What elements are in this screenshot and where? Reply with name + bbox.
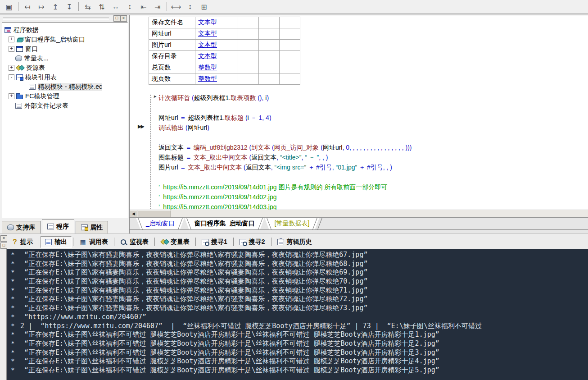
tree-expand-toggle[interactable]: + (9, 46, 14, 52)
variable-empty-cell[interactable] (280, 51, 300, 62)
variable-empty-cell[interactable] (259, 40, 280, 51)
editor-horizontal-scrollbar[interactable]: ◀ (130, 210, 588, 218)
form-layout-icon[interactable]: ▣ (3, 1, 15, 13)
variable-type-link[interactable]: 文本型 (198, 41, 217, 48)
code-line[interactable]: 图集标题 ＝ 文本_取出中间文本 (返回文本, “<title>”, “ － ”… (158, 152, 412, 162)
tree-expand-toggle[interactable]: - (9, 74, 14, 80)
panel-float-button[interactable]: □ (113, 15, 120, 22)
variable-type-cell[interactable]: 文本型 (195, 51, 238, 62)
variable-empty-cell[interactable] (259, 73, 280, 85)
variable-type-cell[interactable]: 整数型 (195, 73, 238, 85)
output-float-button[interactable]: □ (0, 243, 7, 249)
variable-empty-cell[interactable] (280, 73, 300, 85)
workspace-tab-属性[interactable]: 属性 (76, 221, 108, 233)
code-line[interactable] (158, 133, 412, 142)
variable-row[interactable]: 现页数整数型 (149, 73, 300, 85)
program-data-tree[interactable]: 程序数据+窗口程序集_启动窗口+窗口常量表...+资源表-模块引用表精易模块 -… (2, 22, 128, 218)
code-line[interactable]: 图片url ＝ 文本_取出中间文本 (返回文本, “<img src=” ＋ #… (158, 162, 412, 172)
variable-empty-cell[interactable] (238, 73, 259, 85)
variable-empty-cell[interactable] (259, 62, 280, 73)
output-console[interactable]: ＊ “正在保存E:\妹子图\家有骚妻陶喜乐，夜夜销魂让你弹尽粮绝\家有骚妻陶喜乐… (6, 249, 588, 380)
tree-item[interactable]: 精易模块 - 精易模块.ec (2, 82, 127, 92)
output-tab-变量表[interactable]: 变量表 (156, 236, 194, 248)
output-tab-搜寻2[interactable]: 搜寻2 (235, 236, 270, 248)
panel-grip[interactable] (3, 18, 109, 20)
code-line[interactable]: 计次循环首 (超级列表框1.取表项数 (), i) (158, 93, 412, 103)
variable-name-cell[interactable]: 保存目录 (149, 51, 195, 62)
scrollbar-thumb[interactable] (138, 210, 171, 217)
code-block[interactable]: 计次循环首 (超级列表框1.取表项数 (), i)网址url ＝ 超级列表框1.… (158, 93, 412, 212)
panel-titlebar[interactable]: □ × (1, 15, 129, 22)
code-line[interactable]: 调试输出 (网址url) (158, 123, 412, 133)
variable-empty-cell[interactable] (238, 62, 259, 73)
tree-expand-toggle[interactable]: + (9, 93, 14, 99)
center-vertical-icon[interactable]: ⇅ (95, 1, 108, 13)
space-equal-horizontal-icon[interactable]: ↔ (109, 1, 122, 13)
same-height-icon[interactable]: ↕ (184, 1, 196, 13)
variable-empty-cell[interactable] (280, 62, 300, 73)
editor-tab-_启动窗口[interactable]: _启动窗口 (136, 218, 185, 229)
variable-empty-cell[interactable] (259, 51, 280, 62)
editor-tab-[常量数据表][interactable]: [常量数据表] (265, 218, 320, 229)
variable-empty-cell[interactable] (238, 28, 259, 40)
tree-expand-toggle[interactable]: + (9, 65, 14, 71)
variable-empty-cell[interactable] (238, 40, 259, 51)
variable-name-cell[interactable]: 总页数 (149, 62, 195, 73)
output-tab-搜寻1[interactable]: 搜寻1 (197, 236, 232, 248)
snap-right-icon[interactable]: ⇥ (151, 1, 164, 13)
tree-item[interactable]: +资源表 (2, 63, 127, 73)
code-line[interactable]: 返回文本 ＝ 编码_utf8到gb2312 (到文本 (网页_访问_对象 (网址… (158, 142, 412, 152)
variable-type-link[interactable]: 文本型 (198, 52, 217, 60)
editor-tab-窗口程序集_启动窗口[interactable]: 窗口程序集_启动窗口 (185, 218, 265, 229)
tree-item[interactable]: +窗口程序集_启动窗口 (2, 35, 127, 44)
variable-table[interactable]: 保存文件名文本型网址url文本型图片url文本型保存目录文本型总页数整数型现页数… (149, 17, 300, 85)
code-line[interactable]: 网址url ＝ 超级列表框1.取标题 (i － 1, 4) (158, 113, 412, 123)
variable-type-link[interactable]: 文本型 (198, 30, 217, 37)
snap-left-icon[interactable]: ⇤ (137, 1, 150, 13)
variable-empty-cell[interactable] (259, 28, 280, 40)
variable-type-link[interactable]: 整数型 (198, 75, 217, 82)
align-bottom-icon[interactable]: ↧ (63, 1, 76, 13)
variable-row[interactable]: 保存目录文本型 (149, 51, 300, 62)
space-equal-vertical-icon[interactable]: ↕ (123, 1, 136, 13)
workspace-tab-程序[interactable]: 程序 (42, 219, 74, 233)
same-size-icon[interactable]: ⊞ (198, 1, 210, 13)
code-line[interactable]: ’ https://i5.mmzztt.com/2019/09/14d01.jp… (158, 182, 412, 192)
variable-name-cell[interactable]: 现页数 (149, 73, 195, 85)
variable-name-cell[interactable]: 保存文件名 (149, 17, 195, 28)
variable-row[interactable]: 保存文件名文本型 (149, 17, 300, 28)
align-right-icon[interactable]: ↦ (35, 1, 48, 13)
variable-type-cell[interactable]: 文本型 (195, 17, 238, 28)
center-horizontal-icon[interactable]: ⇆ (81, 1, 94, 13)
variable-type-cell[interactable]: 整数型 (195, 62, 238, 73)
output-tab-剪辑历史[interactable]: 剪辑历史 (273, 236, 317, 248)
tree-item[interactable]: +EC模块管理 (2, 92, 127, 101)
output-tab-监视表[interactable]: 监视表 (116, 236, 153, 248)
variable-empty-cell[interactable] (238, 17, 259, 28)
variable-type-cell[interactable]: 文本型 (195, 28, 238, 40)
tree-item[interactable]: +窗口 (2, 44, 127, 54)
output-close-button[interactable]: × (0, 235, 7, 242)
variable-empty-cell[interactable] (238, 51, 259, 62)
variable-type-link[interactable]: 整数型 (198, 64, 217, 71)
variable-row[interactable]: 图片url文本型 (149, 40, 300, 51)
output-tab-输出[interactable]: 输出 (41, 236, 72, 248)
tree-item[interactable]: 外部文件记录表 (2, 101, 127, 110)
variable-empty-cell[interactable] (280, 40, 300, 51)
align-left-icon[interactable]: ↤ (21, 1, 34, 13)
variable-name-cell[interactable]: 图片url (149, 40, 195, 51)
code-line[interactable] (158, 172, 412, 182)
workspace-tab-支持库[interactable]: 支持库 (2, 221, 41, 233)
panel-close-button[interactable]: × (120, 15, 127, 22)
code-editor[interactable]: 保存文件名文本型网址url文本型图片url文本型保存目录文本型总页数整数型现页数… (129, 15, 588, 233)
variable-row[interactable]: 网址url文本型 (149, 28, 300, 40)
tree-expand-toggle[interactable]: + (9, 37, 14, 42)
variable-type-link[interactable]: 文本型 (198, 18, 217, 26)
tree-item[interactable]: -模块引用表 (2, 73, 127, 82)
variable-name-cell[interactable]: 网址url (149, 28, 195, 40)
tree-item[interactable]: 常量表... (2, 54, 127, 63)
code-line[interactable] (158, 103, 412, 113)
variable-row[interactable]: 总页数整数型 (149, 62, 300, 73)
tree-item[interactable]: 程序数据 (2, 25, 127, 35)
variable-type-cell[interactable]: 文本型 (195, 40, 238, 51)
